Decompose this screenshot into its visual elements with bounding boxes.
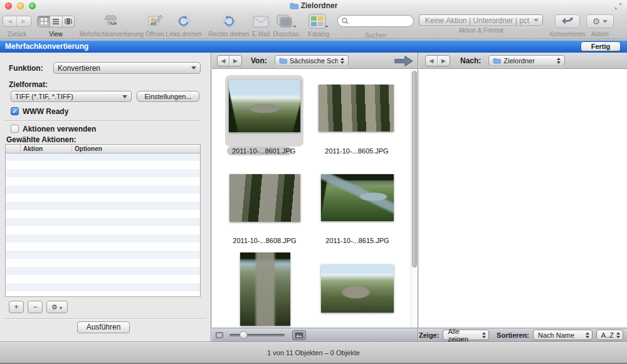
toolbar-multiconvert-label: Mehrfachkonvertierung [75,31,148,38]
updown-arrows-icon [586,332,589,338]
run-button[interactable]: Ausführen [77,321,130,333]
updown-arrows-icon [482,332,486,338]
view-coverflow-icon[interactable] [62,16,74,27]
order-dropdown[interactable]: A..Z [596,330,623,340]
source-panel-header: ◀▶ Von: Sächsische Sch... [212,53,418,69]
toolbar-action-label: Aktion [585,31,615,38]
add-action-button[interactable]: + [9,301,24,313]
toolbar-rotate-left[interactable]: Links drehen [164,13,204,39]
forward-icon[interactable]: ▶ [17,16,31,26]
toolbar-rotate-right[interactable]: Rechts drehen [206,13,251,39]
grinder-icon [75,13,148,30]
use-actions-checkbox[interactable] [11,125,19,133]
slider-knob[interactable] [240,331,248,339]
target-panel-header: ◀▶ Nach: Zielordner [419,53,627,69]
toolbar-convert[interactable]: Konvertieren [549,13,586,39]
actions-col-optionen[interactable]: Optionen [72,145,200,153]
chevron-down-icon [122,95,127,98]
thumbnail-size-slider[interactable] [229,334,285,336]
target-panel: ◀▶ Nach: Zielordner Zeige: Alle zeigen S… [419,53,627,341]
actions-col-aktion[interactable]: Aktion [21,145,72,153]
divider [5,120,201,121]
thumbnail-8605-filename: 2011-10-...8605.JPG [320,147,394,155]
action-menu-button[interactable]: ⚙ [586,14,614,28]
fullscreen-icon[interactable] [614,3,622,10]
target-panel-footer: Zeige: Alle zeigen Sortieren: Nach Name … [419,328,627,341]
www-ready-checkbox[interactable]: ✓ [11,107,19,115]
actions-col-spacer [6,145,21,153]
source-gallery[interactable]: 2011-10-...8601.JPG 2011-10-...8605.JPG … [212,69,418,328]
search-input[interactable] [349,18,405,25]
toolbar-catalog[interactable]: Katalog [302,13,335,39]
zielformat-label: Zielformat: [9,80,48,89]
scrollbar-thumb[interactable] [412,71,417,268]
zielformat-value: TIFF (*.TIF, *.TIFF) [15,93,120,100]
settings-button[interactable]: Einstellungen... [137,91,199,102]
toolbar-action[interactable]: ⚙ Aktion [585,13,615,39]
zeige-dropdown[interactable]: Alle zeigen [443,330,489,340]
view-list-icon[interactable] [50,16,61,27]
toolbar-multiconvert[interactable]: Mehrfachkonvertierung [75,13,148,39]
funktion-label: Funktion: [9,64,43,73]
chevron-down-icon [534,19,539,22]
thumbnail-8601[interactable] [229,80,300,132]
conversion-sidebar: Funktion: Konvertieren Zielformat: TIFF … [0,53,211,341]
toolbar-action-format[interactable]: Keine Aktion | Unterordner | pct Aktion … [419,13,543,39]
large-thumbnails-icon [295,332,303,338]
back-icon[interactable]: ◀ [3,16,17,26]
back-icon[interactable]: ◀ [218,56,229,66]
zielformat-dropdown[interactable]: TIFF (*.TIF, *.TIFF) [11,91,132,102]
chevron-down-icon [603,20,608,23]
source-scrollbar[interactable] [411,69,418,328]
nach-label: Nach: [460,56,481,65]
catalog-icon [302,13,335,30]
chosen-actions-label: Gewählte Aktionen: [6,135,76,144]
back-icon[interactable]: ◀ [426,56,438,66]
thumbnail-8605[interactable] [319,85,394,132]
mode-title: Mehrfachkonvertierung [5,40,88,53]
toolbar-catalog-label: Katalog [302,31,335,38]
target-folder-value: Zielordner [503,57,554,65]
use-actions-label: Aktionen verwenden [23,125,96,133]
remove-action-button[interactable]: − [28,301,43,313]
large-thumbnails-button[interactable] [292,330,306,340]
window-title-text: Zielordner [301,1,338,10]
chevron-down-icon [191,66,196,70]
thumbnail-8608[interactable] [229,174,300,222]
updown-arrows-icon [616,332,620,338]
rotate-right-icon [206,13,251,30]
target-nav[interactable]: ◀▶ [425,55,450,66]
forward-icon[interactable]: ▶ [438,56,450,66]
thumbnail-pano[interactable] [321,264,394,313]
search-field[interactable] [337,15,414,27]
done-button[interactable]: Fertig [581,41,621,51]
target-gallery[interactable] [419,69,627,328]
funktion-value: Konvertieren [58,64,189,73]
thumbnail-8615[interactable] [321,174,394,221]
sortieren-value: Nach Name [538,331,583,339]
source-nav[interactable]: ◀▶ [217,55,242,66]
actions-table-header: Aktion Optionen [6,145,200,153]
forward-icon[interactable]: ▶ [229,56,241,66]
action-format-dropdown[interactable]: Keine Aktion | Unterordner | pct [419,14,543,26]
rotate-left-icon [164,13,204,30]
gear-icon: ⚙ [51,303,58,311]
action-gear-button[interactable]: ⚙ ▼ [46,301,68,313]
source-folder-dropdown[interactable]: Sächsische Sch... [275,55,349,66]
toolbar-back-label: Zurück [1,31,33,38]
sortieren-dropdown[interactable]: Nach Name [533,330,593,340]
toolbar-back[interactable]: ◀▶ Zurück [1,13,33,39]
actions-table[interactable]: Aktion Optionen [5,144,201,297]
toolbar-view[interactable]: View [37,13,75,39]
convert-icon[interactable] [555,14,580,28]
funktion-dropdown[interactable]: Konvertieren [53,62,201,74]
order-value: A..Z [601,331,614,339]
thumbnail-8608-filename: 2011-10-...8608.JPG [228,237,302,244]
updown-arrows-icon [340,58,344,64]
divider [5,318,206,319]
toolbar-slideshow[interactable]: Diaschau [268,13,303,39]
thumbnail-portrait[interactable] [240,252,290,326]
zeige-value: Alle zeigen [448,328,480,343]
view-grid-icon[interactable] [38,16,50,27]
target-folder-dropdown[interactable]: Zielordner [488,55,565,66]
